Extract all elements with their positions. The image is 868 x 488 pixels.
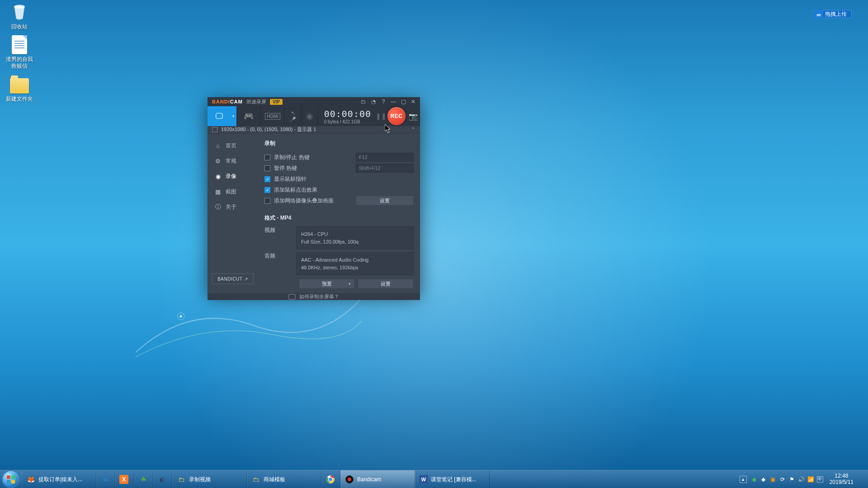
sidebar-item-general[interactable]: ⚙ 常规 bbox=[208, 153, 258, 169]
desktop-icon-doc[interactable]: 渣男的自我救赎信 bbox=[3, 35, 36, 70]
record-area-infobar[interactable]: 868x488 - (0, 0), (1920, 1080) - 显示器 1… bbox=[208, 126, 420, 133]
start-button[interactable] bbox=[0, 470, 22, 488]
tray-update-icon[interactable]: ⟳ bbox=[779, 476, 786, 483]
taskbar-item-folder-1[interactable]: 🗀 录制视频 bbox=[172, 470, 247, 488]
tray-security-icon[interactable]: ◆ bbox=[760, 476, 767, 483]
video-format-box: H264 - CPU Full Size, 120.00fps, 100q bbox=[296, 226, 414, 249]
mode-cursor-mic[interactable]: ↖ 🎤 bbox=[285, 106, 301, 126]
sidebar-item-record[interactable]: ◉ 录像 bbox=[208, 169, 258, 184]
checkbox-pause-hotkey[interactable] bbox=[264, 165, 270, 171]
taskbar-item-firefox[interactable]: 🦊 提取订单|猿来入... bbox=[22, 470, 96, 488]
section-title-format: 格式 - MP4 bbox=[264, 214, 414, 222]
desktop-icon-label: 回收站 bbox=[11, 23, 28, 30]
mode-device[interactable]: HDMI bbox=[261, 106, 284, 126]
svg-point-9 bbox=[329, 478, 333, 482]
desktop-icon-folder[interactable]: 新建文件夹 bbox=[3, 75, 36, 103]
home-icon: ⌂ bbox=[215, 142, 221, 149]
mic-icon: 🎤 bbox=[290, 117, 296, 122]
checkbox-click-effect[interactable]: ✓ bbox=[264, 187, 270, 193]
tray-action-center-icon[interactable]: ⚑ bbox=[788, 476, 796, 483]
text-file-icon bbox=[10, 35, 29, 54]
taskbar-items: 🦊 提取订单|猿来入... ∞ X ☘ ◐ 🗀 录制视频 🗀 商城模板 bbox=[22, 470, 738, 488]
sidebar-item-about[interactable]: ⓘ 关于 bbox=[208, 199, 258, 215]
checkbox-webcam-overlay[interactable] bbox=[264, 198, 270, 204]
open-folder-button[interactable]: 🗀 bbox=[359, 97, 368, 106]
footer-help-text: 如何录制全屏幕？ bbox=[299, 293, 339, 300]
help-button[interactable]: ? bbox=[378, 97, 388, 106]
area-lock-checkbox[interactable] bbox=[212, 127, 217, 132]
checkbox-show-cursor[interactable]: ✓ bbox=[264, 176, 270, 182]
format-settings-button[interactable]: 设置 bbox=[358, 279, 414, 289]
info-icon: ⓘ bbox=[215, 203, 221, 211]
svg-rect-5 bbox=[7, 480, 10, 483]
taskbar-item-baidu[interactable]: ∞ bbox=[96, 470, 115, 488]
input-pause-hotkey[interactable] bbox=[356, 164, 414, 173]
mode-screen-dropdown[interactable]: ▾ bbox=[231, 106, 236, 126]
sidebar-item-label: 首页 bbox=[226, 142, 236, 150]
audio-format-box: AAC - Advanced Audio Coding 48.0KHz, ste… bbox=[296, 252, 414, 275]
cloud-upload-widget[interactable]: ∞ 拖拽上传 bbox=[813, 10, 852, 18]
record-timer: 00:00:00 0 bytes / 422.1GB bbox=[320, 108, 376, 124]
taskbar-item-label: Bandicam bbox=[357, 476, 381, 483]
record-area-text: 868x488 - (0, 0), (1920, 1080) - 显示器 1 bbox=[221, 126, 316, 133]
collapse-chevron-icon[interactable]: ⌃ bbox=[411, 127, 415, 133]
close-button[interactable]: ✕ bbox=[408, 97, 418, 106]
mode-screen-rect[interactable]: 🖵 bbox=[208, 106, 231, 126]
taskbar-item-eclipse[interactable]: ◐ bbox=[153, 470, 172, 488]
folder-icon: 🗀 bbox=[251, 474, 261, 484]
tray-wechat-icon[interactable]: ◉ bbox=[750, 476, 758, 483]
taskbar-item-php[interactable]: ☘ bbox=[134, 470, 153, 488]
sidebar-item-capture[interactable]: ▦ 截图 bbox=[208, 184, 258, 199]
preset-button[interactable]: 预置▾ bbox=[299, 279, 355, 289]
mode-webcam[interactable]: ◉ bbox=[302, 106, 318, 126]
bandicut-link[interactable]: BANDICUT↗ bbox=[212, 273, 254, 284]
webcam-settings-button[interactable]: 设置 bbox=[356, 196, 414, 206]
sidebar-item-label: 关于 bbox=[226, 203, 236, 211]
desktop-icon-recycle-bin[interactable]: 回收站 bbox=[3, 3, 36, 30]
tray-ime-icon[interactable]: 中 bbox=[817, 476, 823, 483]
external-icon: ↗ bbox=[244, 277, 248, 282]
pause-button[interactable]: ❚❚ bbox=[376, 113, 387, 120]
maximize-button[interactable]: ▢ bbox=[398, 97, 408, 106]
record-button[interactable]: REC bbox=[387, 107, 406, 125]
checkbox-hotkey[interactable] bbox=[264, 155, 270, 160]
cursor-icon: ↖ bbox=[291, 110, 295, 116]
taskbar-item-label: 课堂笔记 [兼容模... bbox=[431, 476, 476, 483]
bandicam-window: BANDICAM 班迪录屏 VIP 🗀 ◔ ? — ▢ ✕ 🖵 ▾ 🎮 HDMI… bbox=[208, 97, 420, 293]
bandicam-toolbar: 🖵 ▾ 🎮 HDMI ↖ 🎤 ◉ 00:00:00 0 bytes / 422.… bbox=[208, 106, 420, 126]
desktop-icon-label: 新建文件夹 bbox=[6, 96, 33, 103]
hdmi-icon: HDMI bbox=[265, 113, 280, 120]
input-hotkey[interactable] bbox=[356, 153, 414, 162]
taskbar-item-word[interactable]: W 课堂笔记 [兼容模... bbox=[415, 470, 490, 488]
minimize-button[interactable]: — bbox=[388, 97, 398, 106]
clock-time: 12:48 bbox=[835, 473, 848, 479]
sidebar-item-label: 录像 bbox=[226, 173, 236, 180]
mode-game[interactable]: 🎮 bbox=[237, 106, 260, 126]
tray-show-hidden[interactable]: ▲ bbox=[740, 476, 747, 483]
start-orb-icon bbox=[3, 471, 19, 488]
xampp-icon: X bbox=[119, 475, 128, 484]
bandicam-footer[interactable]: 如何录制全屏幕？ bbox=[208, 293, 420, 300]
bandicam-icon bbox=[344, 474, 354, 484]
cloud-icon: ∞ bbox=[814, 10, 823, 19]
screenshot-button[interactable]: 📷 bbox=[406, 112, 420, 121]
keyboard-icon bbox=[288, 294, 296, 300]
tray-app-icon[interactable]: ▣ bbox=[769, 476, 777, 483]
bandicam-content: 录制 录制/停止 热键 暂停 热键 ✓ 显示鼠标指针 ✓ 添加鼠标点击效果 bbox=[258, 133, 420, 293]
taskbar-item-xampp[interactable]: X bbox=[115, 470, 134, 488]
svg-rect-6 bbox=[11, 480, 15, 483]
taskbar-item-chrome[interactable] bbox=[321, 470, 340, 488]
bandicam-titlebar[interactable]: BANDICAM 班迪录屏 VIP 🗀 ◔ ? — ▢ ✕ bbox=[208, 97, 420, 106]
tray-volume-icon[interactable]: 🔊 bbox=[798, 476, 805, 483]
taskbar-item-folder-2[interactable]: 🗀 商城模板 bbox=[247, 470, 321, 488]
schedule-button[interactable]: ◔ bbox=[368, 97, 378, 106]
video-icon: ◉ bbox=[215, 173, 221, 180]
svg-rect-4 bbox=[11, 475, 15, 479]
webcam-icon: ◉ bbox=[306, 111, 313, 121]
recycle-bin-icon bbox=[10, 3, 29, 22]
label-show-cursor: 显示鼠标指针 bbox=[274, 175, 307, 183]
taskbar-clock[interactable]: 12:48 2019/5/11 bbox=[827, 473, 856, 485]
taskbar-item-bandicam[interactable]: Bandicam bbox=[340, 470, 415, 488]
tray-network-icon[interactable]: 📶 bbox=[807, 476, 815, 483]
sidebar-item-home[interactable]: ⌂ 首页 bbox=[208, 138, 258, 153]
